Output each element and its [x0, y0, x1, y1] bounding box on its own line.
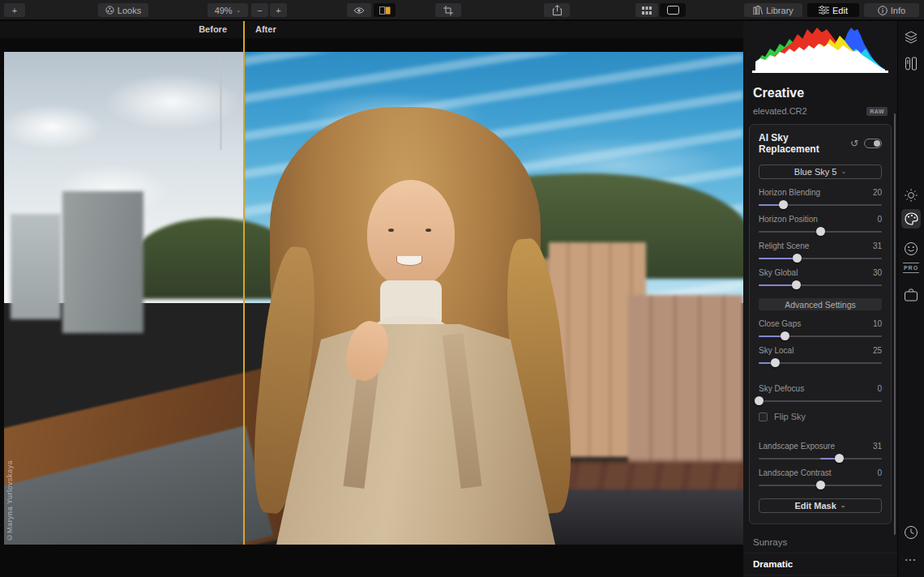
chevron-down-icon: ⌄ [841, 169, 846, 175]
subject-eye [426, 229, 431, 232]
plus-icon: + [276, 6, 280, 15]
portrait-smiley-icon[interactable] [904, 241, 918, 256]
section-dramatic[interactable]: Dramatic [743, 553, 897, 574]
ai-sky-replacement-card: AI Sky Replacement ↺ Blue Sky 5 ⌄ Horizo… [749, 124, 892, 524]
panel-scrollbar[interactable] [894, 113, 896, 535]
slider-sky-local: Sky Local25 [759, 346, 882, 364]
slider-thumb[interactable] [816, 481, 825, 489]
layers-icon[interactable] [905, 31, 918, 44]
tv-tower [220, 57, 222, 150]
advanced-settings-button[interactable]: Advanced Settings [759, 298, 882, 310]
slider-track[interactable] [759, 336, 882, 337]
before-label: Before [199, 24, 227, 34]
library-icon [753, 6, 763, 15]
sky-preset-dropdown[interactable]: Blue Sky 5 ⌄ [759, 165, 882, 179]
slider-landscape-exposure: Landscape Exposure31 [759, 442, 882, 459]
top-toolbar: + Looks 49% ⌄ − + [0, 0, 924, 20]
panel-title: Creative [753, 86, 897, 100]
watermark: ©Maryna Yurlovskaya [6, 460, 14, 541]
flip-sky-checkbox[interactable] [759, 412, 768, 421]
essentials-sun-icon[interactable] [904, 188, 918, 203]
slider-thumb[interactable] [816, 227, 825, 236]
history-clock-icon[interactable] [904, 525, 918, 540]
zoom-out-button[interactable]: − [251, 3, 268, 17]
histogram [752, 24, 888, 73]
slider-relight-scene: Relight Scene31 [759, 241, 882, 259]
creative-palette-tile[interactable] [901, 209, 921, 229]
slider-thumb[interactable] [835, 454, 844, 463]
slider-horizon-blending: Horizon Blending20 [759, 188, 882, 206]
slider-track[interactable] [759, 485, 882, 486]
tool-enabled-toggle[interactable] [864, 139, 882, 148]
slider-track[interactable] [759, 284, 882, 286]
export-button[interactable] [544, 3, 570, 17]
tool-sections-list: Sunrays Dramatic Matte Look Mystical Col… [743, 532, 897, 577]
single-image-icon [667, 6, 679, 15]
slider-landscape-contrast: Landscape Contrast0 [759, 468, 882, 486]
subject-coat [276, 324, 555, 545]
before-after-divider[interactable] [243, 21, 245, 545]
side-rail: PRO ••• [897, 21, 924, 577]
eye-icon [353, 6, 365, 15]
slider-track[interactable] [759, 258, 882, 259]
building [11, 214, 61, 319]
slider-thumb[interactable] [771, 358, 780, 367]
edit-mask-button[interactable]: Edit Mask ⌄ [759, 498, 882, 513]
tab-info[interactable]: Info [864, 3, 919, 17]
subject-smile [396, 256, 422, 266]
slider-track[interactable] [759, 231, 882, 233]
gallery-view-button[interactable] [635, 3, 658, 17]
edit-panel: Creative elevated.CR2 RAW AI Sky Replace… [743, 21, 897, 577]
minus-icon: − [257, 6, 262, 15]
slider-track[interactable] [759, 458, 882, 459]
tab-edit[interactable]: Edit [807, 3, 859, 17]
flip-sky-row: Flip Sky [759, 412, 882, 421]
slider-thumb[interactable] [779, 200, 788, 209]
info-icon [878, 6, 888, 15]
edit-sliders-icon [819, 6, 829, 15]
more-options-icon[interactable]: ••• [905, 556, 917, 563]
edits-panel-icon[interactable] [905, 57, 918, 71]
zoom-level-dropdown[interactable]: 49% ⌄ [207, 3, 248, 17]
subject-eye [388, 229, 394, 232]
slider-thumb[interactable] [792, 280, 801, 289]
briefcase-icon[interactable] [905, 288, 918, 301]
slider-thumb[interactable] [755, 396, 764, 405]
before-after-icon [379, 6, 391, 15]
section-sunrays[interactable]: Sunrays [743, 532, 897, 553]
compare-bar: Before After [0, 21, 743, 38]
subject-face [367, 180, 455, 287]
chevron-down-icon: ⌄ [841, 502, 846, 509]
slider-track[interactable] [759, 204, 882, 206]
single-image-view-button[interactable] [660, 3, 686, 17]
slider-track[interactable] [759, 400, 882, 402]
chevron-down-icon: ⌄ [236, 7, 242, 14]
after-label: After [255, 24, 276, 34]
grid-icon [642, 6, 652, 15]
photo-canvas: ©Maryna Yurlovskaya [0, 38, 743, 577]
looks-icon [105, 6, 114, 15]
tool-title: AI Sky Replacement [759, 132, 850, 155]
slider-close-gaps: Close Gaps10 [759, 319, 882, 337]
professional-pro-badge[interactable]: PRO [903, 263, 919, 273]
compare-view-button[interactable] [374, 3, 396, 17]
crop-button[interactable] [435, 3, 461, 17]
flip-sky-label: Flip Sky [774, 412, 806, 421]
slider-sky-global: Sky Global30 [759, 268, 882, 286]
slider-track[interactable] [759, 362, 882, 364]
slider-sky-defocus: Sky Defocus0 [759, 384, 882, 402]
reset-icon[interactable]: ↺ [850, 138, 858, 149]
share-icon [553, 5, 562, 15]
add-image-button[interactable]: + [4, 3, 25, 17]
zoom-in-button[interactable]: + [270, 3, 287, 17]
looks-button[interactable]: Looks [98, 3, 148, 17]
plus-icon: + [12, 6, 17, 15]
photo[interactable]: ©Maryna Yurlovskaya [4, 52, 743, 545]
building [62, 191, 143, 333]
filename: elevated.CR2 [753, 106, 807, 116]
slider-horizon-position: Horizon Position0 [759, 215, 882, 233]
tab-library[interactable]: Library [744, 3, 802, 17]
slider-thumb[interactable] [793, 254, 802, 263]
quick-preview-button[interactable] [347, 3, 371, 17]
slider-thumb[interactable] [781, 331, 789, 340]
